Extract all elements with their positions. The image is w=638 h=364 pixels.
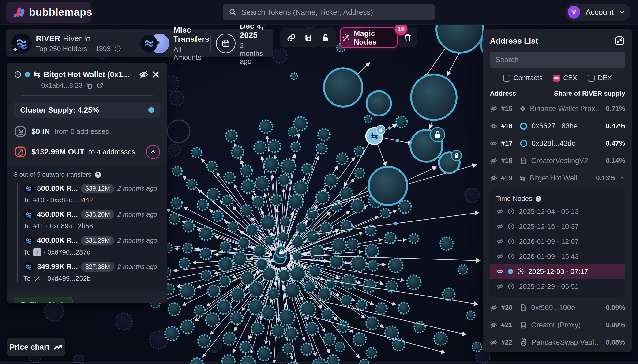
transfer-mode-selector[interactable]: Misc Transfers All Amounts [135,29,210,58]
eye-icon[interactable] [490,122,497,130]
checkbox-icon [503,74,510,82]
transfer-destination[interactable]: To+· 0x6790...287c [24,248,160,256]
transfer-destination[interactable]: To#11 · 0xd89a...2b58 [24,222,160,230]
doc-icon [520,321,527,329]
clock-icon [508,253,515,260]
transfer-destination[interactable]: To#10 · 0xe62e...c442 [24,196,160,204]
address-row-19[interactable]: #19 ⇆ Bitget Hot Wall... 0.13% [490,170,625,187]
eye-slash-icon[interactable] [490,157,497,164]
time-node-item[interactable]: 2025-12-16 - 10:37 [494,219,621,234]
address-name: Creator (Proxy) [531,321,602,329]
address-row-23[interactable]: #23 CreatorVestingV2 0.08% [490,351,625,352]
token-icon [24,262,34,272]
copy-address-button[interactable] [86,82,93,89]
address-name: 0x828f...43dc [532,139,602,148]
time-node-button[interactable]: Time Node [14,297,73,303]
eye-slash-icon[interactable] [496,283,504,290]
time-node-label: Time Node [30,301,67,303]
chevron-up-icon[interactable] [619,175,625,181]
help-icon[interactable]: ? [535,196,542,202]
chevron-down-icon [619,9,625,16]
address-row-21[interactable]: #21 Creator (Proxy) 0.09% [490,316,625,334]
address-row-16[interactable]: #16 0x6627...83be 0.47% [490,118,625,135]
transfer-item[interactable]: 450.00K R... $35.20M 2 months ago To#11 … [24,209,160,230]
address-row-17[interactable]: #17 0x828f...43dc 0.47% [490,135,625,152]
eye-slash-icon[interactable] [496,253,504,260]
checkbox-icon [553,74,560,82]
save-button[interactable] [304,33,313,42]
lock-button[interactable] [321,33,330,42]
time-node-label: 2026-01-09 - 15:43 [519,252,579,260]
copy-icon[interactable] [84,35,91,42]
address-row-15[interactable]: #15 ❖ Binance Wallet Prox... 0.71% [490,100,625,118]
transfer-item[interactable]: 500.00K R... $39.12M 2 months ago To#10 … [24,183,160,204]
exchange-icon: ⇆ [520,174,526,182]
token-search-input[interactable]: Search Tokens (Name, Ticker, Address) [223,4,435,20]
exchange-icon: ⇆ [33,70,40,79]
eye-icon[interactable] [490,140,497,147]
share-value: 0.09% [606,321,625,329]
token-summary[interactable]: ❖ RIVER River Top 250 Holders + 1393 [6,29,135,58]
price-chart-button[interactable]: Price chart [7,338,65,356]
transfer-destination[interactable]: To· 0xd499...252b [24,274,160,282]
eye-slash-icon[interactable] [490,105,497,112]
chevron-up-icon [150,148,156,156]
filter-label: Contracts [514,74,542,82]
date-selector[interactable]: Dec 4, 2025 2 months ago [211,29,273,58]
collapse-panel-button[interactable] [614,35,625,46]
account-label: Account [584,8,615,17]
address-row-20[interactable]: #20 0xf969...100e 0.09% [490,299,625,316]
filter-label: DEX [598,74,612,82]
eye-slash-icon[interactable] [496,238,504,245]
time-nodes-panel: Time Nodes ? 2025-12-04 - 05:13 2025-12-… [490,189,625,297]
inflow-icon [14,125,27,138]
transfer-usd-badge: $35.20M [81,210,114,220]
outward-transfers-section: 8 out of 5 outward transfers ? 500.00K R… [7,166,167,291]
address-rows: #20 0xf969...100e 0.09% #21 Creator (Pro… [490,299,625,352]
eye-slash-icon[interactable] [490,304,497,312]
address-row-18[interactable]: #18 CreatorVestingV2 0.14% [490,152,625,170]
bubblemaps-app: ⇆ bubblemaps Search Tokens (Name, Ticker… [0,0,638,364]
eye-slash-icon[interactable] [490,174,497,182]
share-link-button[interactable] [287,33,296,42]
doc-icon [520,157,527,165]
filter-dex[interactable]: DEX [588,74,612,82]
time-node-item[interactable]: 2025-12-03 - 07:17 [490,264,625,279]
eye-slash-icon[interactable] [490,339,497,346]
transfer-item[interactable]: 400.00K R... $31.29M 2 months ago To+· 0… [24,235,160,256]
outflow-row[interactable]: $132.99M OUT to 4 addresses [14,145,160,159]
eye-slash-icon[interactable] [496,208,504,215]
filter-cex[interactable]: CEX [553,74,577,82]
eye-icon[interactable] [496,268,504,275]
token-ticker: RIVER [36,34,60,43]
eye-slash-icon[interactable] [496,223,504,230]
circle-icon [520,139,528,148]
time-node-item[interactable]: 2026-01-09 - 12:07 [494,234,621,249]
time-node-item[interactable]: 2026-01-09 - 15:43 [494,249,621,264]
collapse-outflows-button[interactable] [146,145,160,159]
help-icon[interactable]: ? [94,171,102,178]
share-value: 0.08% [606,338,625,346]
magic-nodes-label: Magic Nodes [354,29,397,46]
out-sub: to 4 addresses [89,148,135,156]
address-row-22[interactable]: #22 PancakeSwap Vault ... 0.08% [490,334,625,351]
magic-nodes-button[interactable]: Magic Nodes [340,28,398,48]
bubblemaps-logo[interactable]: bubblemaps [6,2,91,22]
time-node-item[interactable]: 2025-12-04 - 05:13 [494,204,621,219]
eye-slash-icon[interactable] [490,321,497,329]
address-search-input[interactable]: Search [490,52,625,68]
close-icon[interactable] [152,70,160,79]
time-node-item[interactable]: 2025-12-29 - 05:51 [494,279,621,294]
account-menu-button[interactable]: V Account [565,4,630,21]
transfer-item[interactable]: 349.99K R... $27.38M 2 months ago To· 0x… [24,261,160,282]
mode-subtitle: All Amounts [174,46,209,62]
filter-contracts[interactable]: Contracts [503,74,542,82]
token-info-bar: ❖ RIVER River Top 250 Holders + 1393 [6,29,273,58]
transfers-note: 8 out of 5 outward transfers [14,171,91,178]
divider [21,96,153,96]
wallet-detail-panel: ⇆ Bitget Hot Wallet (0x1... 0x1ab4...8f2… [7,62,167,303]
hide-wallet-button[interactable] [139,70,148,79]
share-value: 0.13% [596,174,615,182]
open-explorer-button[interactable] [96,82,104,89]
top-bar: bubblemaps Search Tokens (Name, Ticker, … [0,0,638,24]
